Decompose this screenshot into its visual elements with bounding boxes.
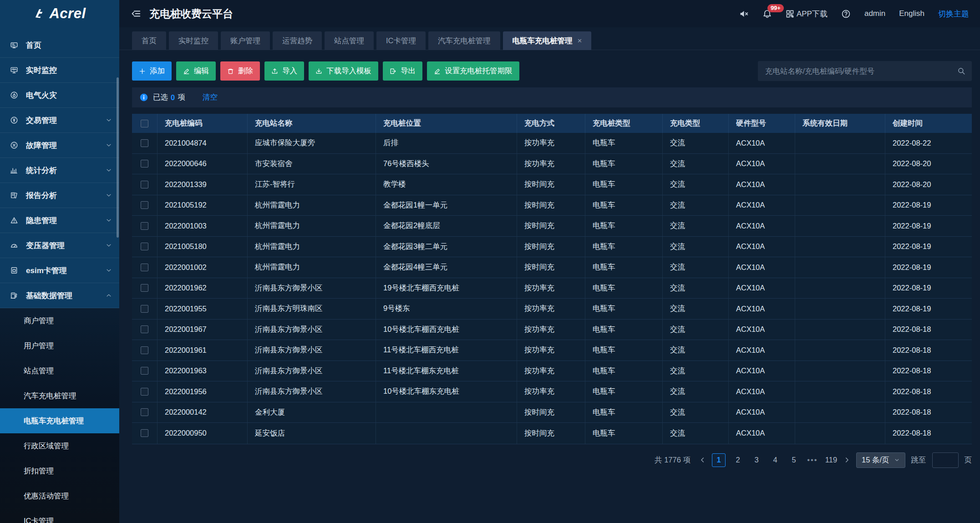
page-number-3[interactable]: 3: [750, 453, 763, 467]
sidebar-item-label: 实时监控: [26, 65, 57, 76]
row-checkbox[interactable]: [141, 222, 148, 230]
sidebar-item-label: 交易管理: [26, 115, 57, 126]
tab-account-mgmt[interactable]: 账户管理: [221, 31, 270, 50]
page-size-value: 15 条/页: [862, 455, 889, 465]
export-icon: [390, 68, 396, 75]
table-row: 2022001955沂南县东方明珠南区9号楼东按功率充电瓶车交流ACX10A20…: [132, 299, 972, 320]
row-checkbox[interactable]: [141, 408, 148, 416]
sidebar-item-esim-card-mgmt[interactable]: esim卡管理: [0, 258, 119, 283]
page-number-4[interactable]: 4: [769, 453, 782, 467]
page-number-2[interactable]: 2: [731, 453, 744, 467]
language-switch[interactable]: English: [899, 9, 924, 18]
row-checkbox[interactable]: [141, 139, 148, 147]
table-cell: ACX10A: [729, 133, 795, 153]
table-cell: 电瓶车: [585, 174, 663, 195]
row-checkbox[interactable]: [141, 201, 148, 209]
table-cell: 2022-08-19: [885, 278, 972, 299]
table-cell: 教学楼: [376, 174, 517, 195]
search-icon[interactable]: [957, 67, 965, 75]
page-number-1[interactable]: 1: [712, 453, 726, 467]
tab-close-icon[interactable]: ×: [578, 37, 582, 45]
table-cell: 2022-08-22: [885, 133, 972, 153]
set-custody-term-button[interactable]: 设置充电桩托管期限: [427, 61, 519, 81]
sidebar-scrollbar[interactable]: [117, 77, 119, 238]
column-header: 充电桩类型: [585, 114, 663, 133]
qr-code-icon: [786, 10, 794, 18]
tab-label: 首页: [142, 36, 157, 46]
app-download-link[interactable]: APP下载: [786, 9, 828, 19]
row-checkbox[interactable]: [141, 429, 148, 437]
add-button[interactable]: 添加: [132, 61, 172, 81]
download-template-button[interactable]: 下载导入模板: [309, 61, 378, 81]
tab-home[interactable]: 首页: [132, 31, 166, 50]
tab-station-mgmt[interactable]: 站点管理: [325, 31, 374, 50]
row-checkbox[interactable]: [141, 388, 148, 396]
row-checkbox[interactable]: [141, 181, 148, 188]
edit-button[interactable]: 编辑: [176, 61, 216, 81]
sidebar-item-report-analysis[interactable]: 报告分析: [0, 183, 119, 208]
page-size-select[interactable]: 15 条/页: [856, 452, 905, 468]
export-button[interactable]: 导出: [383, 61, 422, 81]
row-checkbox[interactable]: [141, 367, 148, 375]
table-cell: ACX10A: [729, 216, 795, 236]
chevron-down-icon: [106, 242, 112, 249]
sidebar-subitem-discount-mgmt[interactable]: 折扣管理: [0, 458, 119, 483]
sidebar-subitem-user-mgmt[interactable]: 用户管理: [0, 333, 119, 358]
next-page-icon[interactable]: [843, 457, 850, 463]
page-number-5[interactable]: 5: [787, 453, 800, 467]
table-cell: [795, 216, 885, 236]
topbar-actions: 99+ APP下载 admin English 切换主题: [739, 9, 969, 19]
sidebar-item-hazard-mgmt[interactable]: 隐患管理: [0, 208, 119, 233]
row-checkbox[interactable]: [141, 305, 148, 313]
sidebar-subitem-promo-mgmt[interactable]: 优惠活动管理: [0, 483, 119, 508]
table-cell: ACX10A: [729, 340, 795, 361]
transaction-icon: [10, 116, 20, 124]
search-input[interactable]: [764, 66, 957, 76]
sidebar-item-fault-mgmt[interactable]: 故障管理: [0, 133, 119, 158]
row-checkbox[interactable]: [141, 264, 148, 271]
sidebar-item-base-data-mgmt[interactable]: 基础数据管理: [0, 283, 119, 308]
select-all-checkbox[interactable]: [141, 120, 148, 127]
sidebar-subitem-district-mgmt[interactable]: 行政区域管理: [0, 433, 119, 458]
sidebar-subitem-car-charger-mgmt[interactable]: 汽车充电桩管理: [0, 383, 119, 408]
tab-realtime-monitor[interactable]: 实时监控: [169, 31, 218, 50]
sidebar-subitem-ic-card-mgmt[interactable]: IC卡管理: [0, 508, 119, 523]
table-cell: 电瓶车: [585, 133, 663, 153]
prev-page-icon[interactable]: [699, 457, 706, 463]
clear-selection-link[interactable]: 清空: [203, 92, 218, 102]
page-number-119[interactable]: 119: [825, 453, 838, 467]
table-cell: 2022000142: [157, 402, 248, 423]
menu-collapse-icon[interactable]: [131, 9, 141, 19]
delete-button[interactable]: 删除: [220, 61, 260, 81]
theme-switch-link[interactable]: 切换主题: [938, 9, 969, 19]
help-icon[interactable]: [841, 9, 851, 19]
sidebar-subitem-station-mgmt[interactable]: 站点管理: [0, 358, 119, 383]
sidebar-item-stats-analysis[interactable]: 统计分析: [0, 158, 119, 183]
tab-ic-card-mgmt[interactable]: IC卡管理: [376, 31, 426, 50]
row-checkbox[interactable]: [141, 325, 148, 333]
row-checkbox[interactable]: [141, 243, 148, 250]
table-cell: 2022-08-18: [885, 402, 972, 423]
table-cell: 沂南县东方御景小区: [248, 320, 376, 340]
sidebar-item-transformer-mgmt[interactable]: 变压器管理: [0, 233, 119, 258]
tab-car-charger-mgmt[interactable]: 汽车充电桩管理: [428, 31, 500, 50]
import-button[interactable]: 导入: [264, 61, 304, 81]
sidebar-subitem-ebike-charger-mgmt[interactable]: 电瓶车充电桩管理: [0, 408, 119, 433]
notifications-bell[interactable]: 99+: [762, 9, 772, 19]
tab-ebike-charger-mgmt[interactable]: 电瓶车充电桩管理×: [503, 31, 592, 50]
row-checkbox[interactable]: [141, 160, 148, 168]
caret-down-icon: [894, 457, 900, 463]
mute-speaker-icon[interactable]: [739, 9, 749, 19]
table-cell: 按时间充: [517, 237, 585, 257]
jump-page-input[interactable]: [932, 452, 959, 468]
sidebar-subitem-merchant-mgmt[interactable]: 商户管理: [0, 308, 119, 333]
row-checkbox[interactable]: [141, 346, 148, 354]
sidebar-item-realtime-monitor[interactable]: 实时监控: [0, 58, 119, 83]
user-name[interactable]: admin: [864, 9, 885, 18]
sidebar-item-transaction-mgmt[interactable]: 交易管理: [0, 108, 119, 133]
row-checkbox[interactable]: [141, 284, 148, 292]
sidebar-item-electrical-fire[interactable]: 电气火灾: [0, 83, 119, 108]
tab-operation-trend[interactable]: 运营趋势: [273, 31, 322, 50]
sidebar-item-home[interactable]: 首页: [0, 33, 119, 58]
table-cell: [795, 361, 885, 381]
